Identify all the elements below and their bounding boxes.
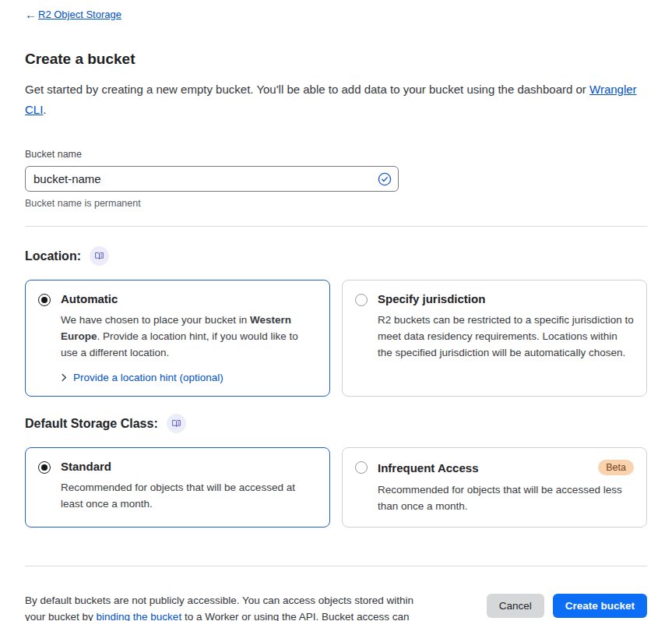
back-arrow-icon: ← [25, 9, 37, 20]
automatic-title: Automatic [61, 292, 118, 305]
automatic-card-body: Automatic We have chosen to place your b… [61, 292, 317, 383]
beta-badge: Beta [598, 460, 634, 475]
footer: By default buckets are not publicly acce… [25, 592, 647, 621]
back-navigation[interactable]: ← R2 Object Storage [25, 9, 121, 20]
storage-option-standard[interactable]: Standard Recommended for objects that wi… [25, 447, 330, 527]
divider [25, 566, 647, 566]
infrequent-description: Recommended for objects that will be acc… [378, 482, 634, 514]
bucket-name-input-wrap [25, 166, 399, 192]
binding-the-bucket-link[interactable]: binding the bucket [97, 611, 182, 621]
radio-automatic[interactable] [38, 294, 51, 306]
location-label: Location: [25, 249, 81, 263]
jurisdiction-description: R2 buckets can be restricted to a specif… [378, 312, 634, 361]
open-book-icon [171, 418, 181, 429]
intro-text-after: . [43, 103, 46, 116]
storage-class-docs-button[interactable] [167, 414, 186, 433]
location-section-header: Location: [25, 246, 647, 266]
radio-specify-jurisdiction[interactable] [355, 294, 368, 306]
location-hint-toggle[interactable]: Provide a location hint (optional) [61, 372, 317, 383]
page-title: Create a bucket [25, 51, 647, 68]
chevron-right-icon [61, 373, 68, 382]
valid-check-circle-icon [378, 172, 392, 186]
location-option-specify-jurisdiction[interactable]: Specify jurisdiction R2 buckets can be r… [342, 280, 647, 397]
jurisdiction-card-body: Specify jurisdiction R2 buckets can be r… [378, 292, 634, 383]
create-bucket-button[interactable]: Create bucket [553, 594, 647, 618]
cancel-button[interactable]: Cancel [487, 594, 544, 618]
intro-text-before: Get started by creating a new empty buck… [25, 83, 589, 96]
bucket-name-label: Bucket name [25, 149, 647, 160]
radio-infrequent-access[interactable] [355, 461, 368, 474]
location-options: Automatic We have chosen to place your b… [25, 280, 647, 397]
bucket-name-helper: Bucket name is permanent [25, 198, 647, 209]
create-bucket-page: ← R2 Object Storage Create a bucket Get … [0, 0, 672, 621]
automatic-desc-before: We have chosen to place your bucket in [61, 314, 250, 326]
open-book-icon [94, 251, 104, 261]
location-hint-link[interactable]: Provide a location hint (optional) [73, 372, 223, 383]
jurisdiction-title: Specify jurisdiction [378, 292, 485, 305]
standard-card-body: Standard Recommended for objects that wi… [61, 460, 317, 514]
storage-option-infrequent-access[interactable]: Infrequent Access Beta Recommended for o… [342, 447, 647, 527]
intro-text: Get started by creating a new empty buck… [25, 79, 647, 120]
standard-title: Standard [61, 460, 111, 473]
footer-actions: Cancel Create bucket [487, 592, 647, 618]
radio-standard[interactable] [38, 461, 51, 474]
storage-class-options: Standard Recommended for objects that wi… [25, 447, 647, 527]
location-docs-button[interactable] [90, 246, 109, 266]
automatic-description: We have chosen to place your bucket in W… [61, 312, 317, 361]
storage-class-section-header: Default Storage Class: [25, 414, 647, 433]
back-link-r2-object-storage[interactable]: R2 Object Storage [38, 9, 121, 20]
divider [25, 226, 647, 227]
location-option-automatic[interactable]: Automatic We have chosen to place your b… [25, 280, 330, 397]
footer-text: By default buckets are not publicly acce… [25, 592, 420, 621]
storage-class-label: Default Storage Class: [25, 417, 158, 431]
automatic-desc-after: . Provide a location hint, if you would … [61, 330, 298, 358]
infrequent-card-body: Infrequent Access Beta Recommended for o… [378, 460, 634, 514]
bucket-name-field-group: Bucket name Bucket name is permanent [25, 149, 647, 209]
infrequent-title: Infrequent Access [378, 461, 479, 475]
bucket-name-input[interactable] [25, 166, 399, 192]
standard-description: Recommended for objects that will be acc… [61, 479, 317, 512]
